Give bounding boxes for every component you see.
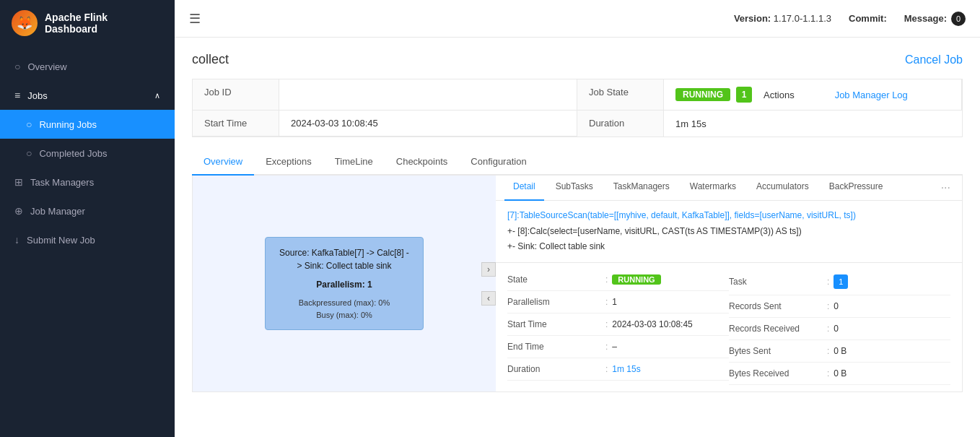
- sidebar-item-label: Task Managers: [30, 177, 94, 188]
- stat-start-time: Start Time : 2024-03-03 10:08:45: [507, 313, 729, 336]
- page-title: collect: [192, 52, 229, 67]
- sidebar-item-label: Completed Jobs: [39, 148, 107, 159]
- stat-bytes-sent-value: 0 B: [834, 346, 846, 356]
- node-stats: Backpressured (max): 0% Busy (max): 0%: [277, 297, 411, 321]
- stat-state-label: State: [507, 274, 601, 285]
- duration-label: Duration: [577, 111, 664, 137]
- stat-records-sent-value: 0: [834, 301, 839, 311]
- submit-icon: ↓: [14, 234, 19, 246]
- commit-label: Commit:: [849, 13, 887, 24]
- sidebar-item-jobs[interactable]: ≡ Jobs ∧: [0, 81, 175, 110]
- sidebar-item-label: Running Jobs: [39, 119, 97, 130]
- stat-duration: Duration : 1m 15s: [507, 358, 729, 381]
- stats-right: Task : 1 Records Sent : 0 Records Receiv…: [729, 269, 950, 385]
- stats-grid: State : RUNNING Parallelism : 1 Start Ti…: [496, 263, 962, 391]
- stat-state: State : RUNNING: [507, 269, 729, 291]
- detail-tab-backpressure[interactable]: BackPressure: [821, 176, 892, 201]
- tab-exceptions[interactable]: Exceptions: [254, 149, 323, 176]
- main-content: ☰ Version: 1.17.0-1.1.1.3 Commit: Messag…: [175, 0, 980, 437]
- job-id-value: [279, 79, 302, 110]
- detail-tab-taskmanagers[interactable]: TaskManagers: [605, 176, 678, 201]
- jobs-icon: ≡: [14, 90, 20, 101]
- completed-jobs-icon: ○: [26, 147, 32, 159]
- start-time-value: 2024-03-03 10:08:45: [279, 111, 390, 136]
- app-title: Apache Flink Dashboard: [45, 12, 163, 35]
- job-node[interactable]: Source: KafkaTable[7] -> Calc[8] -> Sink…: [265, 237, 424, 330]
- stat-parallelism: Parallelism : 1: [507, 291, 729, 313]
- sidebar-item-running-jobs[interactable]: ○ Running Jobs: [0, 110, 175, 139]
- job-id-row: Job ID: [193, 79, 577, 111]
- cancel-job-button[interactable]: Cancel Job: [905, 53, 963, 66]
- overview-icon: ○: [14, 61, 20, 72]
- detail-tab-watermarks[interactable]: Watermarks: [681, 176, 745, 201]
- actions-label: Actions: [764, 90, 795, 100]
- message-label: Message:: [904, 13, 947, 24]
- page-header: collect Cancel Job: [192, 52, 963, 67]
- stat-end-time-value: –: [612, 342, 617, 352]
- topbar: ☰ Version: 1.17.0-1.1.1.3 Commit: Messag…: [175, 0, 980, 38]
- expand-button[interactable]: ›: [481, 262, 496, 277]
- job-graph-area: Source: KafkaTable[7] -> Calc[8] -> Sink…: [193, 176, 496, 391]
- version-info: Version: 1.17.0-1.1.1.3: [734, 13, 831, 24]
- stat-end-time-label: End Time: [507, 342, 601, 352]
- task-managers-icon: ⊞: [14, 176, 23, 188]
- running-jobs-icon: ○: [26, 118, 32, 130]
- message-info: Message: 0: [904, 12, 966, 26]
- content-area: Source: KafkaTable[7] -> Calc[8] -> Sink…: [192, 176, 963, 392]
- logo-emoji: 🦊: [17, 15, 32, 31]
- sidebar-item-overview[interactable]: ○ Overview: [0, 52, 175, 81]
- tab-overview[interactable]: Overview: [192, 149, 254, 176]
- node-backpressured: Backpressured (max): 0%: [277, 297, 411, 309]
- message-badge: 0: [951, 12, 966, 26]
- sidebar-item-submit-new-job[interactable]: ↓ Submit New Job: [0, 225, 175, 254]
- node-parallelism: Parallelism: 1: [277, 278, 411, 291]
- start-time-row: Start Time 2024-03-03 10:08:45: [193, 111, 577, 137]
- sidebar-item-completed-jobs[interactable]: ○ Completed Jobs: [0, 139, 175, 168]
- tab-configuration[interactable]: Configuration: [459, 149, 538, 176]
- stat-duration-value: 1m 15s: [612, 364, 640, 374]
- job-manager-log-link[interactable]: Job Manager Log: [835, 90, 908, 100]
- node-desc-line3: +- Sink: Collect table sink: [507, 239, 950, 255]
- detail-tabs: Detail SubTasks TaskManagers Watermarks …: [496, 176, 962, 201]
- job-manager-icon: ⊕: [14, 205, 23, 217]
- stat-records-received-label: Records Received: [729, 324, 823, 334]
- stat-task-label: Task: [729, 277, 823, 287]
- stat-records-received: Records Received : 0: [729, 318, 950, 340]
- commit-info: Commit:: [849, 13, 887, 24]
- state-count-badge: 1: [736, 87, 752, 103]
- job-state-row: Job State RUNNING 1 Actions Job Manager …: [577, 79, 962, 111]
- sidebar-item-label: Job Manager: [30, 206, 85, 217]
- more-options-icon[interactable]: ···: [938, 176, 953, 200]
- start-time-label: Start Time: [193, 111, 279, 136]
- stat-bytes-received: Bytes Received : 0 B: [729, 363, 950, 385]
- node-desc-line1: [7]:TableSourceScan(table=[[myhive, defa…: [507, 208, 950, 224]
- tab-timeline[interactable]: TimeLine: [323, 149, 385, 176]
- topbar-left: ☰: [189, 11, 201, 27]
- menu-icon[interactable]: ☰: [189, 11, 201, 27]
- stat-parallelism-label: Parallelism: [507, 297, 601, 307]
- stat-duration-label: Duration: [507, 364, 601, 374]
- sidebar-item-label: Jobs: [27, 90, 47, 101]
- detail-tab-accumulators[interactable]: Accumulators: [748, 176, 818, 201]
- app-logo: 🦊: [12, 10, 38, 36]
- collapse-button[interactable]: ‹: [481, 291, 496, 306]
- sidebar-item-job-manager[interactable]: ⊕ Job Manager: [0, 196, 175, 225]
- job-state-value: RUNNING 1 Actions Job Manager Log: [664, 79, 919, 110]
- sidebar-item-task-managers[interactable]: ⊞ Task Managers: [0, 168, 175, 196]
- stats-left: State : RUNNING Parallelism : 1 Start Ti…: [507, 269, 729, 385]
- stat-task-badge: 1: [834, 274, 848, 289]
- node-title: Source: KafkaTable[7] -> Calc[8] -> Sink…: [277, 246, 411, 272]
- stat-state-value: RUNNING: [612, 274, 660, 285]
- detail-panel: Detail SubTasks TaskManagers Watermarks …: [496, 176, 962, 391]
- stat-bytes-received-label: Bytes Received: [729, 368, 823, 378]
- stat-parallelism-value: 1: [612, 297, 617, 307]
- sidebar-item-label: Submit New Job: [27, 235, 95, 246]
- detail-tab-detail[interactable]: Detail: [504, 176, 544, 201]
- detail-tab-subtasks[interactable]: SubTasks: [547, 176, 602, 201]
- sidebar-nav: ○ Overview ≡ Jobs ∧ ○ Running Jobs ○ Com…: [0, 46, 175, 437]
- stat-start-time-label: Start Time: [507, 319, 601, 329]
- stat-task: Task : 1: [729, 269, 950, 295]
- stat-start-time-value: 2024-03-03 10:08:45: [612, 319, 692, 329]
- jobs-arrow-icon: ∧: [154, 91, 160, 100]
- tab-checkpoints[interactable]: Checkpoints: [385, 149, 460, 176]
